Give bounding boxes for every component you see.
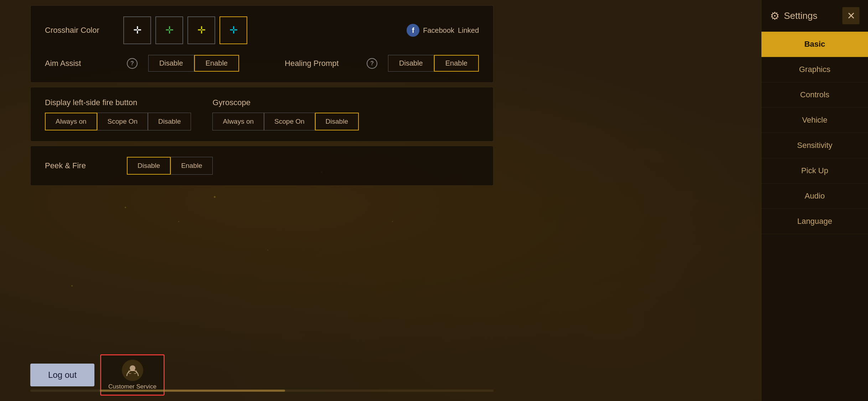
sidebar-item-graphics[interactable]: Graphics: [761, 57, 868, 82]
gyro-always-on-btn[interactable]: Always on: [212, 113, 264, 130]
aim-assist-toggle: Disable Enable: [148, 55, 239, 72]
crosshair-yellow-icon: ✛: [197, 25, 206, 35]
aim-assist-disable-btn[interactable]: Disable: [148, 55, 194, 72]
crosshair-cyan[interactable]: ✛: [219, 16, 247, 44]
facebook-linked: f Facebook Linked: [407, 24, 479, 37]
aim-assist-enable-btn[interactable]: Enable: [194, 55, 239, 72]
peek-fire-row: Peek & Fire Disable Enable: [45, 157, 479, 175]
crosshair-cyan-icon: ✛: [229, 25, 238, 35]
healing-prompt-help-icon[interactable]: ?: [367, 58, 377, 69]
crosshair-panel: Crosshair Color ✛ ✛ ✛ ✛ f Facebook Linke…: [30, 5, 494, 83]
gear-icon: ⚙: [770, 10, 780, 22]
sidebar-item-pickup[interactable]: Pick Up: [761, 158, 868, 184]
gyro-disable-btn[interactable]: Disable: [315, 113, 359, 130]
peek-fire-label: Peek & Fire: [45, 161, 116, 170]
fire-button-toggle: Always on Scope On Disable: [45, 113, 191, 130]
sidebar-item-audio[interactable]: Audio: [761, 184, 868, 209]
facebook-icon: f: [407, 24, 419, 37]
scrollbar[interactable]: [30, 389, 494, 392]
facebook-status: Linked: [458, 26, 479, 35]
aim-assist-help-icon[interactable]: ?: [127, 58, 138, 69]
healing-prompt-enable-btn[interactable]: Enable: [434, 55, 479, 72]
peek-fire-enable-btn[interactable]: Enable: [171, 157, 212, 175]
customer-service-icon: [122, 360, 143, 381]
crosshair-white-icon: ✛: [133, 25, 141, 35]
fire-gyro-panel: Display left-side fire button Always on …: [30, 87, 494, 142]
sidebar-nav: Basic Graphics Controls Vehicle Sensitiv…: [761, 32, 868, 401]
peek-fire-panel: Peek & Fire Disable Enable: [30, 146, 494, 186]
crosshair-options: ✛ ✛ ✛ ✛: [123, 16, 247, 44]
sidebar-item-controls[interactable]: Controls: [761, 82, 868, 108]
close-button[interactable]: ✕: [842, 7, 859, 24]
settings-sidebar: ⚙ Settings ✕ Basic Graphics Controls Veh…: [761, 0, 868, 401]
gyroscope-section: Gyroscope Always on Scope On Disable: [212, 98, 358, 130]
sidebar-item-language[interactable]: Language: [761, 209, 868, 234]
gyro-scope-on-btn[interactable]: Scope On: [264, 113, 315, 130]
crosshair-yellow[interactable]: ✛: [187, 16, 215, 44]
sidebar-item-vehicle[interactable]: Vehicle: [761, 108, 868, 133]
sidebar-title-group: ⚙ Settings: [770, 10, 817, 22]
fire-button-section: Display left-side fire button Always on …: [45, 98, 191, 130]
crosshair-green-icon: ✛: [165, 25, 174, 35]
healing-prompt-disable-btn[interactable]: Disable: [388, 55, 434, 72]
sidebar-item-sensitivity[interactable]: Sensitivity: [761, 133, 868, 158]
scroll-thumb[interactable]: [100, 390, 285, 392]
aim-assist-section: Aim Assist ? Disable Enable: [45, 55, 239, 72]
gyroscope-toggle: Always on Scope On Disable: [212, 113, 358, 130]
peek-fire-disable-btn[interactable]: Disable: [127, 157, 171, 175]
peek-fire-toggle: Disable Enable: [127, 157, 213, 175]
crosshair-label: Crosshair Color: [45, 26, 116, 35]
healing-prompt-section: Healing Prompt ? Disable Enable: [285, 55, 479, 72]
fire-gyro-row: Display left-side fire button Always on …: [45, 98, 479, 130]
fire-disable-btn[interactable]: Disable: [148, 113, 191, 130]
fire-always-on-btn[interactable]: Always on: [45, 113, 97, 130]
healing-prompt-toggle: Disable Enable: [388, 55, 479, 72]
fire-scope-on-btn[interactable]: Scope On: [97, 113, 148, 130]
aim-assist-label: Aim Assist: [45, 59, 116, 68]
sidebar-header: ⚙ Settings ✕: [761, 0, 868, 32]
facebook-label: Facebook: [423, 26, 454, 35]
gyroscope-label: Gyroscope: [212, 98, 358, 107]
sidebar-title: Settings: [784, 10, 817, 21]
scroll-track: [30, 390, 494, 392]
healing-prompt-label: Healing Prompt: [285, 59, 356, 68]
crosshair-white[interactable]: ✛: [123, 16, 151, 44]
crosshair-green[interactable]: ✛: [155, 16, 183, 44]
logout-button[interactable]: Log out: [30, 364, 94, 386]
fire-button-label: Display left-side fire button: [45, 98, 191, 107]
sidebar-item-basic[interactable]: Basic: [761, 32, 868, 57]
